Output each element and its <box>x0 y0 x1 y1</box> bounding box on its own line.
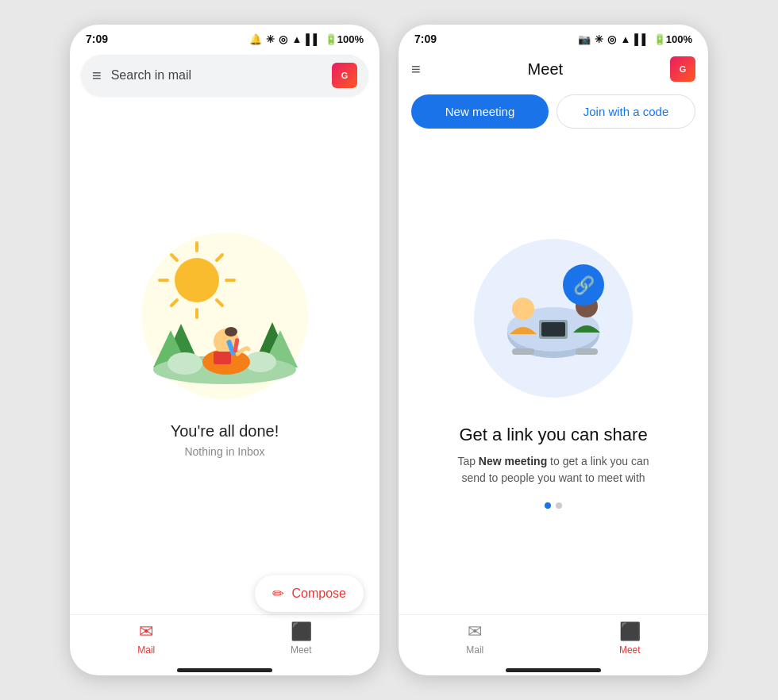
wifi-icon: ▲ <box>291 33 302 45</box>
nav-item-meet[interactable]: ⬛ Meet <box>291 621 312 656</box>
svg-point-26 <box>512 298 534 320</box>
new-meeting-button[interactable]: New meeting <box>411 94 549 129</box>
meet-notif-icon: 📷 <box>578 33 591 45</box>
mail-nav-label: Mail <box>137 644 155 656</box>
meet-status-icons: 📷 ✳ ◎ ▲ ▌▌ 🔋100% <box>578 33 692 45</box>
bluetooth-icon: ✳ <box>266 33 275 45</box>
empty-state-title: You're all done! <box>171 422 279 440</box>
search-input[interactable]: Search in mail <box>111 68 322 83</box>
home-indicator <box>177 668 272 672</box>
hamburger-icon[interactable]: ≡ <box>92 67 102 85</box>
search-bar[interactable]: ≡ Search in mail G <box>81 55 368 96</box>
svg-rect-20 <box>214 352 231 364</box>
avatar[interactable]: G <box>332 63 357 88</box>
carousel-dots <box>545 502 562 509</box>
dot-2 <box>556 502 562 509</box>
meet-mail-nav-label: Mail <box>466 644 483 656</box>
meet-home-indicator <box>506 668 601 672</box>
meet-nav-item-mail[interactable]: ✉ Mail <box>466 621 483 656</box>
meet-illustration: 🔗 <box>466 231 641 406</box>
dot-1 <box>545 502 551 509</box>
svg-rect-27 <box>512 348 534 355</box>
meet-nav-item-meet[interactable]: ⬛ Meet <box>619 621 641 656</box>
meet-meet-nav-icon: ⬛ <box>619 621 641 642</box>
meet-nav-label: Meet <box>291 644 312 656</box>
status-icons: 🔔 ✳ ◎ ▲ ▌▌ 🔋100% <box>249 33 364 45</box>
meet-wifi-icon: ▲ <box>620 33 630 45</box>
meet-signal-icon: ▌▌ <box>634 33 649 45</box>
meet-hamburger-icon[interactable]: ≡ <box>411 60 421 79</box>
compose-icon: ✏ <box>272 585 284 602</box>
meet-meet-nav-label: Meet <box>619 644 641 656</box>
status-bar: 7:09 🔔 ✳ ◎ ▲ ▌▌ 🔋100% <box>70 25 379 50</box>
compose-button[interactable]: ✏ Compose <box>255 575 364 612</box>
join-with-code-button[interactable]: Join with a code <box>557 94 695 129</box>
meet-battery-icon: 🔋100% <box>653 33 692 45</box>
svg-rect-31 <box>541 322 565 337</box>
meet-content: 🔗 Get a link you can share Tap New meeti… <box>399 141 708 614</box>
meet-status-time: 7:09 <box>414 33 437 45</box>
status-time: 7:09 <box>86 33 108 45</box>
meet-phone: 7:09 📷 ✳ ◎ ▲ ▌▌ 🔋100% ≡ Meet G New meeti… <box>399 25 708 675</box>
signal-icon: ▌▌ <box>306 33 320 45</box>
meet-main-title: Get a link you can share <box>459 425 647 445</box>
mail-illustration <box>137 229 312 403</box>
svg-point-1 <box>175 258 219 302</box>
meet-header: ≡ Meet G <box>399 50 708 88</box>
meet-status-bar: 7:09 📷 ✳ ◎ ▲ ▌▌ 🔋100% <box>399 25 708 50</box>
avatar-label: G <box>341 71 349 80</box>
svg-rect-29 <box>576 348 598 355</box>
compose-label: Compose <box>292 587 346 601</box>
meet-description: Tap New meeting to get a link you can se… <box>450 453 657 487</box>
empty-state-subtitle: Nothing in Inbox <box>184 445 264 458</box>
meet-loc-icon: ◎ <box>607 33 616 45</box>
battery-icon: 🔋100% <box>325 33 364 45</box>
meet-nav-icon: ⬛ <box>291 621 312 642</box>
meet-bottom-nav: ✉ Mail ⬛ Meet <box>399 614 708 668</box>
svg-point-15 <box>168 352 202 375</box>
mail-phone: 7:09 🔔 ✳ ◎ ▲ ▌▌ 🔋100% ≡ Search in mail G <box>70 25 379 675</box>
mail-bottom-nav: ✉ Mail ⬛ Meet <box>70 614 379 668</box>
svg-text:🔗: 🔗 <box>573 275 595 296</box>
meet-bt-icon: ✳ <box>595 33 603 45</box>
nav-item-mail[interactable]: ✉ Mail <box>137 621 155 656</box>
svg-point-19 <box>225 327 237 337</box>
meet-title: Meet <box>528 60 563 79</box>
mail-nav-icon: ✉ <box>139 621 153 642</box>
mail-empty-state: You're all done! Nothing in Inbox <box>70 104 379 614</box>
meet-action-buttons: New meeting Join with a code <box>399 88 708 141</box>
notification-icon: 🔔 <box>249 33 262 45</box>
meet-avatar-label: G <box>680 64 687 74</box>
meet-mail-nav-icon: ✉ <box>468 621 482 642</box>
meet-avatar[interactable]: G <box>670 56 695 82</box>
location-icon: ◎ <box>279 33 287 45</box>
